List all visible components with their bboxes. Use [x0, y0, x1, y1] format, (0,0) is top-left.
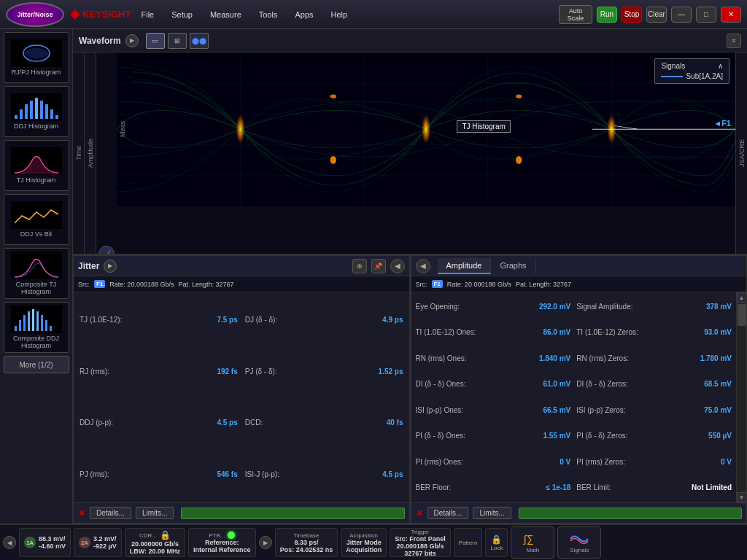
- meas-signal-amp: Signal Amplitude: 378 mV: [573, 294, 735, 320]
- menu-measure[interactable]: Measure: [206, 7, 246, 22]
- signal-entry: Sub[1A,2A]: [661, 72, 723, 80]
- signals-legend-expand[interactable]: ∧: [718, 62, 723, 70]
- svg-rect-5: [25, 104, 28, 119]
- trigger-status: Trigger Src: Front Panel 20.000188 Gb/s …: [390, 528, 451, 557]
- jitter-pat-length: Pat. Length: 32767: [178, 281, 233, 288]
- tab-graphs[interactable]: Graphs: [491, 258, 535, 274]
- sidebar-label-composite-tj: Composite TJ Histogram: [4, 281, 69, 295]
- trigger-label: Trigger: [411, 529, 429, 535]
- svg-rect-3: [15, 115, 18, 119]
- math-button[interactable]: ∫∑ Math: [511, 526, 554, 559]
- scroll-down-button[interactable]: ▼: [737, 492, 747, 502]
- auto-scale-button[interactable]: AutoScale: [559, 5, 592, 24]
- statusbar-nav-prev[interactable]: ◀: [3, 536, 16, 549]
- waveform-tool-single[interactable]: ▭: [146, 33, 165, 49]
- svg-rect-8: [40, 101, 43, 119]
- clear-button[interactable]: Clear: [646, 7, 667, 23]
- sidebar-more-button[interactable]: More (1/2): [4, 356, 69, 373]
- svg-rect-18: [23, 315, 26, 331]
- jitter-expand-button[interactable]: ⊕: [352, 259, 367, 273]
- lock-status: 🔒 Lock: [485, 528, 508, 557]
- svg-rect-6: [30, 101, 33, 119]
- sidebar-item-tj[interactable]: TJ Histogram: [4, 140, 69, 191]
- svg-rect-17: [19, 320, 21, 331]
- sidebar-more-label: More (1/2): [19, 361, 53, 369]
- acquisition-status: Acquisition Jitter Mode Acquisition: [341, 528, 387, 557]
- run-button[interactable]: Run: [597, 7, 617, 23]
- meas-pi-delta-ones: PI (δ - δ) Ones: 1.55 mV: [413, 424, 574, 450]
- svg-rect-13: [11, 201, 62, 229]
- jitter-panel: Jitter ▶ ⊕ 📌 ◀ Src: F1 Rate: 20.000188 G…: [73, 255, 410, 524]
- close-button[interactable]: ✕: [721, 7, 741, 23]
- ptb-status: PTB... Reference: Internal Reference: [188, 528, 256, 557]
- time-axis-label: Time: [73, 52, 85, 254]
- svg-point-37: [330, 95, 336, 98]
- meas-row-dcd: DCD: 40 fs: [242, 398, 406, 448]
- menu-apps[interactable]: Apps: [290, 7, 317, 22]
- lock-icon: 🔒: [491, 534, 502, 545]
- nav-back-button[interactable]: 《: [98, 246, 115, 254]
- sidebar-item-ddj-bit[interactable]: DDJ Vs Bit: [4, 194, 69, 245]
- sidebar-item-composite-ddj[interactable]: Composite DDJ Histogram: [4, 302, 69, 353]
- svg-rect-21: [36, 311, 39, 331]
- eye-diagram[interactable]: 24.02532 ns: [117, 52, 735, 206]
- minimize-button[interactable]: —: [671, 7, 692, 23]
- amplitude-scrollbar[interactable]: ▲ ▼: [736, 292, 746, 502]
- signals-button[interactable]: Signals: [557, 526, 601, 559]
- signals-label: Signals: [570, 547, 589, 553]
- menu-tools[interactable]: Tools: [255, 7, 282, 22]
- main-area: RJ/PJ Histogram DDJ Histogram: [0, 29, 747, 524]
- waveform-body: Time Amplitude 《 24.02532 ns: [73, 52, 747, 254]
- sidebar-item-ddj[interactable]: DDJ Histogram: [4, 86, 69, 137]
- jitter-limits-button[interactable]: Limits...: [136, 507, 174, 519]
- jitter-pin-button[interactable]: 📌: [371, 259, 386, 273]
- scroll-up-button[interactable]: ▲: [737, 292, 747, 303]
- amplitude-measurements: Eye Opening: 292.0 mV Signal Amplitude: …: [411, 292, 737, 502]
- timebase-label: Timebase: [293, 532, 319, 539]
- menu-setup[interactable]: Setup: [167, 7, 197, 22]
- trigger-val2: 20.000188 Gb/s: [396, 542, 444, 550]
- meas-pi-rms-ones: PI (rms) Ones: 0 V: [413, 449, 574, 475]
- trigger-val3: 32767 bits: [404, 550, 436, 557]
- meas-pi-rms-zeros: PI (rms) Zeros: 0 V: [573, 449, 735, 475]
- amplitude-limits-button[interactable]: Limits...: [473, 507, 511, 519]
- tab-amplitude[interactable]: Amplitude: [438, 258, 492, 274]
- amplitude-details-button[interactable]: Details...: [427, 507, 469, 519]
- meas-rn-ones: RN (rms) Ones: 1.840 mV: [413, 346, 574, 372]
- amplitude-f1-badge: F1: [432, 280, 443, 288]
- sidebar-item-rjpj[interactable]: RJ/PJ Histogram: [4, 32, 69, 83]
- svg-point-40: [516, 156, 522, 164]
- trigger-val1: Src: Front Panel: [395, 535, 446, 542]
- waveform-tool-dual[interactable]: ⊞: [168, 33, 187, 49]
- jitter-close-button[interactable]: ✕: [78, 508, 85, 518]
- amplitude-close-button[interactable]: ✕: [416, 508, 423, 518]
- stop-button[interactable]: Stop: [622, 7, 642, 23]
- meas-pi-delta-zeros: PI (δ - δ) Zeros: 550 µV: [573, 424, 735, 450]
- timebase-status: Timebase 8.33 ps/ Pos: 24.02532 ns: [275, 528, 338, 557]
- timebase-val2: Pos: 24.02532 ns: [280, 546, 333, 553]
- app-title: Jitter/Noise: [17, 11, 53, 18]
- restore-button[interactable]: □: [696, 7, 716, 23]
- sidebar-label-composite-ddj: Composite DDJ Histogram: [4, 335, 69, 349]
- menu-file[interactable]: File: [136, 7, 158, 22]
- meas-ber-limit: BER Limit: Not Limited: [573, 475, 735, 502]
- content-area: Waveform ▶ ▭ ⊞ ⬤⬤ ≡ Time Amplitude: [73, 29, 747, 524]
- transport-play-button[interactable]: ▶: [259, 536, 272, 549]
- waveform-menu-button[interactable]: ≡: [727, 34, 741, 48]
- waveform-play-button[interactable]: ▶: [125, 34, 139, 47]
- ch2-value2: -922 µV: [93, 542, 117, 550]
- scroll-thumb[interactable]: [738, 304, 746, 326]
- jitter-nav-button[interactable]: ◀: [390, 259, 405, 273]
- svg-rect-24: [50, 326, 52, 331]
- amplitude-axis-label: Amplitude: [85, 52, 96, 254]
- waveform-title: Waveform: [79, 36, 121, 46]
- amplitude-panel-header: ◀ Amplitude Graphs: [411, 256, 747, 276]
- measurement-row: Jitter ▶ ⊕ 📌 ◀ Src: F1 Rate: 20.000188 G…: [73, 255, 747, 524]
- waveform-tool-settings[interactable]: ⬤⬤: [190, 33, 209, 49]
- amplitude-nav-button[interactable]: ◀: [416, 259, 430, 273]
- jitter-play-button[interactable]: ▶: [104, 260, 117, 273]
- sidebar-item-composite-tj[interactable]: Composite TJ Histogram: [4, 248, 69, 299]
- menu-help[interactable]: Help: [327, 7, 352, 22]
- jitter-details-button[interactable]: Details...: [90, 507, 131, 519]
- jitter-src-bar: Src: F1 Rate: 20.000188 Gb/s Pat. Length…: [74, 276, 409, 292]
